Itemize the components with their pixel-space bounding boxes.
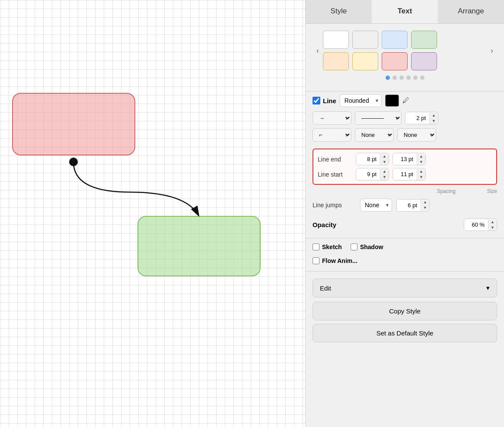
checkboxes-row-1: Sketch Shadow (306, 241, 504, 253)
arrow-end-dropdown[interactable]: None (397, 128, 436, 142)
line-jumps-down[interactable]: ▼ (421, 205, 429, 211)
line-start-size-wrapper: ▲ ▼ (392, 168, 426, 180)
edit-chevron-icon: ▾ (486, 284, 490, 292)
flow-anim-checkbox-label[interactable]: Flow Anim... (313, 257, 357, 264)
dot-5[interactable] (413, 76, 418, 80)
line-jumps-pt-input[interactable] (397, 199, 421, 211)
spacing-size-header: Spacing Size (306, 188, 504, 194)
swatch-light-gray[interactable] (352, 31, 378, 49)
style-section: Line Rounded 🖊 → ———— (306, 94, 504, 145)
swatches-grid (323, 31, 487, 70)
spinner-down-1[interactable]: ▼ (430, 118, 438, 124)
swatch-light-green[interactable] (411, 31, 437, 49)
swatches-row-1: ‹ › (313, 31, 497, 70)
swatch-light-yellow[interactable] (352, 52, 378, 70)
tab-style[interactable]: Style (306, 0, 372, 23)
dot-2[interactable] (392, 76, 397, 80)
arrow-row-2: ⌐ None None (313, 128, 497, 142)
line-jumps-up[interactable]: ▲ (421, 199, 429, 205)
line-jumps-label: Line jumps (313, 202, 356, 209)
highlighted-section: Line end ▲ ▼ ▲ ▼ Line start (313, 149, 497, 185)
line-end-size-spinner: ▲ ▼ (417, 154, 425, 165)
shape-red-rectangle[interactable] (12, 93, 135, 155)
swatch-light-orange[interactable] (323, 52, 349, 70)
line-jumps-spinner: ▲ ▼ (421, 199, 429, 211)
arrow-left-dropdown[interactable]: → (313, 111, 351, 125)
line-start-label: Line start (318, 171, 352, 178)
line-end-label: Line end (318, 156, 352, 163)
line-row: Line Rounded 🖊 (313, 94, 497, 107)
line-checkbox[interactable] (313, 97, 320, 104)
line-start-size-input[interactable] (393, 168, 417, 180)
arrow-start-dropdown[interactable]: None (355, 128, 394, 142)
swatch-white[interactable] (323, 31, 349, 49)
line-end-spacing-spinner: ▲ ▼ (380, 154, 389, 165)
line-start-spacing-up[interactable]: ▲ (380, 169, 389, 174)
set-default-style-button[interactable]: Set as Default Style (313, 324, 497, 342)
line-jumps-dropdown-wrapper: None (360, 199, 392, 212)
sketch-checkbox-label[interactable]: Sketch (313, 244, 342, 250)
connector-path (73, 162, 199, 216)
line-end-spacing-up[interactable]: ▲ (380, 154, 389, 159)
tab-text[interactable]: Text (372, 0, 438, 23)
line-start-size-down[interactable]: ▼ (417, 174, 425, 180)
flow-anim-checkbox[interactable] (313, 257, 319, 264)
line-checkbox-label[interactable]: Line (313, 97, 336, 104)
copy-style-button[interactable]: Copy Style (313, 302, 497, 320)
connector-start-dot (69, 158, 78, 166)
line-style-dropdown[interactable]: Rounded (340, 94, 382, 107)
arrow-start-dropdown-wrapper: None (355, 128, 394, 142)
divider-2 (306, 238, 504, 238)
line-end-spacing-input[interactable] (356, 153, 380, 165)
swatch-light-red[interactable] (382, 52, 408, 70)
edit-dropdown-button[interactable]: Edit ▾ (313, 278, 497, 297)
shadow-checkbox[interactable] (351, 244, 357, 250)
line-end-size-up[interactable]: ▲ (417, 154, 425, 159)
line-start-spacing-input[interactable] (356, 168, 380, 180)
dot-3[interactable] (399, 76, 404, 80)
sketch-checkbox[interactable] (313, 244, 319, 250)
line-color-swatch[interactable] (385, 95, 399, 107)
opacity-up[interactable]: ▲ (488, 219, 497, 225)
connector-style-dropdown[interactable]: ⌐ (313, 128, 351, 142)
divider-3 (306, 271, 504, 272)
line-end-size-input[interactable] (393, 153, 417, 165)
dot-4[interactable] (406, 76, 411, 80)
opacity-down[interactable]: ▼ (488, 225, 497, 231)
connector-style-dropdown-wrapper: ⌐ (313, 128, 351, 142)
dot-6[interactable] (420, 76, 424, 80)
swatch-next-button[interactable]: › (487, 46, 497, 55)
arrow-end-dropdown-wrapper: None (397, 128, 436, 142)
line-start-spacing-down[interactable]: ▼ (380, 174, 389, 180)
line-label: Line (323, 97, 336, 104)
shape-green-rectangle[interactable] (137, 216, 261, 276)
line-style-mid-dropdown[interactable]: ———— (355, 111, 402, 125)
opacity-input[interactable] (464, 219, 488, 231)
right-panel: Style Text Arrange ‹ › (305, 0, 504, 427)
line-jumps-pt-wrapper: ▲ ▼ (396, 199, 430, 212)
arrow-row-1: → ———— ▲ ▼ (313, 111, 497, 125)
flow-anim-label: Flow Anim... (322, 257, 357, 264)
connector-svg (0, 0, 305, 427)
swatch-light-purple[interactable] (411, 52, 437, 70)
swatch-prev-button[interactable]: ‹ (313, 46, 323, 55)
dot-1[interactable] (386, 76, 390, 80)
size-header: Size (459, 188, 497, 194)
divider-1 (306, 91, 504, 92)
spinner-1: ▲ ▼ (429, 113, 438, 124)
opacity-spinner: ▲ ▼ (488, 219, 497, 231)
line-start-size-up[interactable]: ▲ (417, 169, 425, 174)
tab-arrange[interactable]: Arrange (438, 0, 504, 23)
eyedropper-button[interactable]: 🖊 (402, 97, 409, 104)
line-start-spacing-spinner: ▲ ▼ (380, 169, 389, 180)
line-end-spacing-down[interactable]: ▼ (380, 159, 389, 165)
pt-input-1[interactable] (405, 112, 429, 124)
shadow-checkbox-label[interactable]: Shadow (351, 244, 383, 250)
spinner-up-1[interactable]: ▲ (430, 113, 438, 118)
line-jumps-dropdown[interactable]: None (360, 199, 392, 212)
line-end-size-down[interactable]: ▼ (417, 159, 425, 165)
tabs: Style Text Arrange (306, 0, 504, 24)
dots-indicator (313, 74, 497, 85)
swatch-light-blue[interactable] (382, 31, 408, 49)
sketch-label: Sketch (322, 244, 342, 250)
